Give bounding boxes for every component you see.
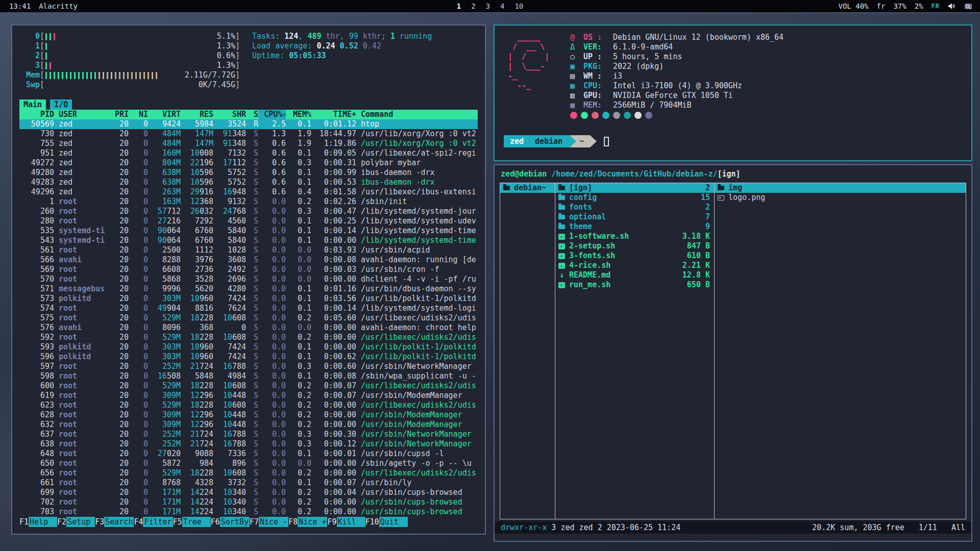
- file-row-ign[interactable]: [ign]2: [555, 183, 714, 193]
- fkey-f3[interactable]: F3: [95, 517, 104, 527]
- file-row-optional[interactable]: optional7: [555, 212, 714, 222]
- process-row[interactable]: 561root200250011121028S0.00.00:03.93/usr…: [19, 245, 478, 255]
- process-row[interactable]: 730zed200484M147M91348S1.31.918:44.97/us…: [19, 129, 478, 139]
- file-row-2-setup.sh[interactable]: 2-setup.sh847 B: [555, 241, 714, 251]
- process-row[interactable]: 566avahi200828839763608S0.00.00:00.08ava…: [19, 255, 478, 265]
- file-row-config[interactable]: config15: [555, 193, 714, 203]
- column-header-pid[interactable]: PID: [19, 110, 54, 119]
- fkey-f6[interactable]: F6: [211, 517, 220, 527]
- tab-main[interactable]: Main: [19, 99, 46, 110]
- file-row-1-software.sh[interactable]: 1-software.sh3.18 K: [555, 232, 714, 241]
- fkey-label-nice[interactable]: Nice -: [259, 517, 288, 527]
- fkey-label-tree[interactable]: Tree: [182, 517, 211, 527]
- fkey-f5[interactable]: F5: [173, 517, 182, 527]
- process-row[interactable]: 637root200252M2172416788S0.00.30:00.30/u…: [19, 430, 478, 439]
- process-row[interactable]: 280root2002721672924560S0.00.10:00.25/li…: [19, 216, 478, 226]
- fkey-label-help[interactable]: Help: [29, 517, 57, 527]
- process-row[interactable]: 623root200529M1822810608S0.00.20:00.00/u…: [19, 400, 478, 410]
- screenshot-tool-icon[interactable]: [964, 3, 973, 10]
- column-header-mem[interactable]: MEM%: [286, 110, 311, 119]
- process-row[interactable]: 576avahi20080963680S0.00.00:00.00avahi-d…: [19, 323, 478, 333]
- shell-prompt[interactable]: zeddebian ~: [504, 135, 962, 147]
- column-header-pri[interactable]: PRI: [107, 110, 129, 119]
- process-row[interactable]: 570root200586835282696S0.00.00:00.00dhcl…: [19, 274, 478, 284]
- process-row[interactable]: 49272zed200804M2219617112S0.60.30:00.31p…: [19, 158, 478, 168]
- file-row-readme.md[interactable]: ↓README.md12.8 K: [555, 270, 714, 280]
- file-row-run_me.sh[interactable]: run_me.sh650 B: [555, 280, 714, 290]
- workspace-3[interactable]: 3: [486, 2, 490, 10]
- fkey-label-filter[interactable]: Filter: [143, 517, 173, 527]
- process-row[interactable]: 571messagebus200999656204280S0.00.10:01.…: [19, 284, 478, 294]
- fkey-label-sortby[interactable]: SortBy: [220, 517, 250, 527]
- process-row[interactable]: 49296zed200263M2991616948S0.60.40:01.58/…: [19, 187, 478, 197]
- fkey-f7[interactable]: F7: [250, 517, 259, 527]
- column-header-time[interactable]: TIME+: [311, 110, 356, 119]
- process-row[interactable]: 543systemd-ti2009006467605840S0.00.10:00…: [19, 236, 478, 245]
- process-row[interactable]: 260root200577122603224768S0.00.30:00.47/…: [19, 207, 478, 216]
- fkey-f2[interactable]: F2: [57, 517, 66, 527]
- file-row-debian~[interactable]: debian~: [500, 183, 555, 193]
- process-row[interactable]: 598root2001650858484984S0.00.10:00.08/sb…: [19, 371, 478, 381]
- process-row[interactable]: 628root200309M1229610448S0.00.20:00.00/u…: [19, 410, 478, 420]
- process-row[interactable]: 574root2004990488167624S0.00.10:00.14/li…: [19, 304, 478, 313]
- process-row[interactable]: 575root200529M1822810608S0.00.20:05.60/u…: [19, 313, 478, 323]
- column-header-res[interactable]: RES: [181, 110, 213, 119]
- column-header-shr[interactable]: SHR: [213, 110, 246, 119]
- file-row-img[interactable]: img: [715, 183, 966, 193]
- fkey-f4[interactable]: F4: [134, 517, 143, 527]
- process-row[interactable]: 632root200309M1229610448S0.00.20:00.00/u…: [19, 420, 478, 430]
- column-header-s[interactable]: S: [246, 110, 258, 119]
- lang-indicator[interactable]: FR: [932, 3, 940, 10]
- process-row[interactable]: 593polkitd200303M109607424S0.00.10:00.00…: [19, 342, 478, 352]
- file-row-theme[interactable]: theme9: [555, 222, 714, 232]
- process-row[interactable]: 951zed200160M100087132S0.60.10:09.05/usr…: [19, 148, 478, 158]
- process-row[interactable]: 648root2002702090887336S0.00.10:00.01/us…: [19, 449, 478, 459]
- process-row[interactable]: 619root200309M1229610448S0.00.20:00.07/u…: [19, 391, 478, 400]
- workspace-10[interactable]: 10: [514, 2, 523, 10]
- process-row[interactable]: 755zed200484M147M91348S0.61.91:19.86/usr…: [19, 139, 478, 148]
- column-header-virt[interactable]: VIRT: [148, 110, 181, 119]
- process-row[interactable]: 656root200529M1822810608S0.00.20:00.00/u…: [19, 468, 478, 478]
- process-row[interactable]: 596polkitd200303M109607424S0.00.10:00.62…: [19, 352, 478, 362]
- process-row[interactable]: 661root200876843283732S0.00.10:00.07/usr…: [19, 478, 478, 488]
- volume-status[interactable]: VOL 40%: [839, 2, 869, 10]
- fkey-label-kill[interactable]: Kill: [337, 517, 365, 527]
- workspace-1[interactable]: 1: [457, 2, 461, 10]
- fkey-label-setup[interactable]: Setup: [66, 517, 95, 527]
- process-row[interactable]: 50569zed200942459843524R2.50.10:01.12hto…: [19, 119, 478, 129]
- process-row[interactable]: 569root200660827362492S0.00.00:00.03/usr…: [19, 265, 478, 274]
- process-row[interactable]: 535systemd-ti2009006467605840S0.00.10:00…: [19, 226, 478, 236]
- workspace-2[interactable]: 2: [471, 2, 475, 10]
- file-row-3-fonts.sh[interactable]: 3-fonts.sh610 B: [555, 251, 714, 261]
- process-row[interactable]: 1root200163M123689132S0.00.20:02.26/sbin…: [19, 197, 478, 207]
- fkey-f8[interactable]: F8: [288, 517, 298, 527]
- workspace-4[interactable]: 4: [500, 2, 504, 10]
- process-row[interactable]: 49283zed200638M105965752S0.60.10:00.53ib…: [19, 178, 478, 187]
- column-header-user[interactable]: USER: [54, 110, 107, 119]
- process-row[interactable]: 592root200529M1822810608S0.00.20:00.00/u…: [19, 333, 478, 342]
- process-row[interactable]: 49280zed200638M105965752S0.60.10:00.99ib…: [19, 168, 478, 178]
- process-row[interactable]: 702root200171M1422410340S0.00.20:00.00/u…: [19, 497, 478, 507]
- fkey-label-quit[interactable]: Quit: [379, 517, 408, 527]
- column-header-ni[interactable]: NI: [129, 110, 148, 119]
- process-row[interactable]: 703root200171M1422410340S0.00.20:00.00/u…: [19, 507, 478, 517]
- fkey-label-nice[interactable]: Nice +: [298, 517, 327, 527]
- process-row[interactable]: 638root200252M2172416788S0.00.30:00.12/u…: [19, 439, 478, 449]
- fkey-f9[interactable]: F9: [327, 517, 336, 527]
- process-table-header[interactable]: PIDUSERPRINIVIRTRESSHRSCPU%▽MEM%TIME+Com…: [19, 110, 478, 119]
- column-header-command[interactable]: Command: [356, 110, 478, 119]
- column-header-cpu[interactable]: CPU%▽: [258, 110, 286, 119]
- fkey-label-search[interactable]: Search: [104, 517, 134, 527]
- process-row[interactable]: 699root200171M1422410340S0.00.20:00.04/u…: [19, 488, 478, 497]
- file-row-fonts[interactable]: fonts2: [555, 203, 714, 212]
- process-row[interactable]: 650root2005872984896S0.00.00:00.00/sbin/…: [19, 459, 478, 468]
- keyboard-layout[interactable]: fr: [877, 2, 886, 10]
- speaker-icon[interactable]: [948, 3, 956, 10]
- process-row[interactable]: 600root200529M1822810608S0.00.20:00.07/u…: [19, 381, 478, 391]
- fkey-f1[interactable]: F1: [19, 517, 29, 527]
- process-row[interactable]: 573polkitd200303M109607424S0.00.10:03.56…: [19, 294, 478, 304]
- process-row[interactable]: 597root200252M2172416788S0.00.30:00.60/u…: [19, 362, 478, 371]
- tab-io[interactable]: I/O: [50, 99, 72, 110]
- file-row-4-rice.sh[interactable]: 4-rice.sh2.21 K: [555, 261, 714, 270]
- fkey-f10[interactable]: F10: [365, 517, 379, 527]
